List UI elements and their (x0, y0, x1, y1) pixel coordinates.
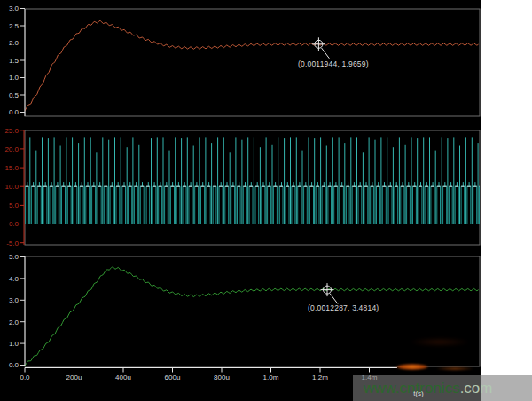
y-tick-label: 20.0 (4, 145, 19, 153)
plot-top: 3.02.52.01.51.00.50.0 (9, 4, 480, 116)
cursor-readout-top: (0.0011944, 1.9659) (298, 59, 369, 68)
y-tick-label: 25.0 (4, 127, 19, 135)
x-tick-label: 400u (115, 373, 131, 381)
plot-middle: 25.020.015.010.05.00.0-5.0 (4, 127, 482, 248)
cursor-marker-top[interactable] (312, 37, 330, 59)
x-tick-label: 0.0 (20, 373, 30, 381)
y-tick-label: 5.0 (9, 253, 20, 261)
y-axis-bottom: 5.04.03.02.01.00.0 (9, 253, 25, 369)
x-axis-title: t(s) (413, 389, 424, 397)
y-tick-label: 2.5 (9, 22, 20, 30)
y-tick-label: 4.0 (9, 275, 20, 283)
plot-frame (25, 256, 480, 366)
trace-bottom (25, 267, 479, 366)
red-artifact (411, 338, 469, 346)
y-tick-label: 1.0 (9, 340, 20, 348)
x-tick-label: 800u (214, 373, 230, 381)
y-tick-label: 0.5 (9, 91, 20, 99)
y-axis-middle: 25.020.015.010.05.00.0-5.0 (4, 127, 24, 248)
y-tick-label: 5.0 (9, 201, 20, 209)
y-tick-label: 1.0 (9, 74, 20, 82)
y-tick-label: 2.0 (9, 39, 20, 47)
watermark: www.cntronics.com (353, 375, 532, 401)
y-tick-label: 0.0 (9, 108, 20, 116)
trace-group-middle (24, 137, 482, 224)
y-tick-label: 0.0 (9, 361, 20, 369)
y-axis-top: 3.02.52.01.51.00.50.0 (9, 4, 25, 116)
plot-bottom: 5.04.03.02.01.00.0 (9, 253, 480, 369)
cursor-readout-bottom: (0.0012287, 3.4814) (308, 303, 379, 312)
orange-artifact (396, 364, 428, 370)
cursor-pointer-line (321, 48, 329, 59)
y-tick-label: 3.0 (9, 4, 20, 12)
x-tick-label: 1.2m (312, 373, 328, 381)
simview-window: 3.02.52.01.51.00.50.025.020.015.010.05.0… (0, 0, 532, 401)
x-tick-label: 600u (165, 373, 181, 381)
x-tick-label: 1.0m (263, 373, 279, 381)
y-tick-label: 3.0 (9, 296, 20, 304)
watermark-text-main: www.cntronics (364, 380, 460, 397)
trace-group-top (25, 20, 479, 111)
x-axis: 0.0200u400u600u800u1.0m1.2m1.4m (20, 368, 397, 382)
x-tick-label: 200u (66, 373, 82, 381)
y-tick-label: 15.0 (4, 164, 19, 172)
watermark-text-suffix: .com (460, 380, 493, 397)
cursor-marker-bottom[interactable] (321, 283, 339, 304)
trace-top (25, 20, 479, 111)
y-tick-label: -5.0 (6, 240, 19, 248)
plot-frame (25, 9, 480, 116)
cursor-pointer-line (330, 294, 338, 304)
y-tick-label: 2.0 (9, 318, 20, 326)
y-tick-label: 1.5 (9, 57, 20, 65)
y-tick-label: 10.0 (4, 183, 19, 191)
trace-group-bottom (25, 267, 479, 366)
orange-artifact (436, 366, 473, 371)
y-tick-label: 0.0 (9, 220, 20, 228)
